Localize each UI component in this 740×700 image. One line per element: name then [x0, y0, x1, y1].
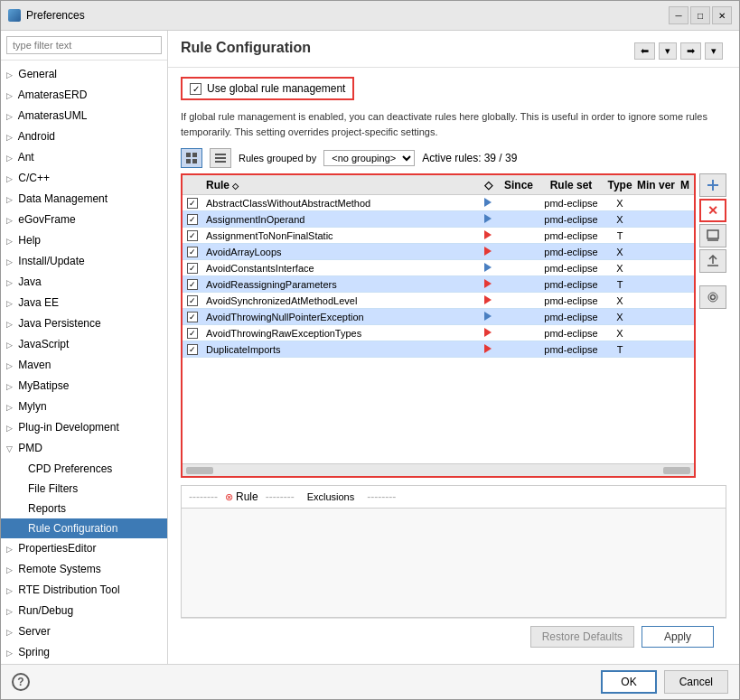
forward-button[interactable]: ➡ [680, 42, 701, 60]
sidebar-item-cpd-prefs[interactable]: CPD Preferences [1, 459, 167, 479]
sidebar-item-install-update[interactable]: ▷ Install/Update [1, 251, 167, 272]
apply-button[interactable]: Apply [642, 626, 714, 648]
restore-defaults-button[interactable]: Restore Defaults [530, 626, 634, 648]
footer-buttons: Restore Defaults Apply [181, 618, 726, 655]
row-check-5[interactable]: ✓ [187, 279, 198, 290]
col-header-minver[interactable]: Min ver [636, 179, 676, 191]
table-row[interactable]: ✓ AssignmentInOperand pmd-eclipse X [183, 211, 694, 228]
col-header-m[interactable]: M [676, 179, 694, 191]
table-row[interactable]: ✓ AvoidReassigningParameters pmd-eclipse… [183, 276, 694, 293]
dialog-buttons: OK Cancel [601, 670, 728, 694]
sidebar-item-amateraserd[interactable]: ▷ AmaterasERD [1, 85, 167, 106]
app-icon [8, 9, 21, 22]
back-button[interactable]: ⬅ [634, 42, 655, 60]
row-check-1[interactable]: ✓ [187, 214, 198, 225]
sidebar-item-remote-systems[interactable]: ▷ Remote Systems [1, 559, 167, 580]
sidebar-item-spring[interactable]: ▷ Spring [1, 642, 167, 663]
row-check-9[interactable]: ✓ [187, 344, 198, 355]
row-check-0[interactable]: ✓ [187, 198, 198, 209]
cancel-button[interactable]: Cancel [664, 670, 728, 694]
sidebar-item-javascript[interactable]: ▷ JavaScript [1, 334, 167, 355]
grouping-select[interactable]: <no grouping> [323, 150, 415, 166]
grid-view-button[interactable] [181, 148, 202, 168]
sidebar-item-general[interactable]: ▷ General [1, 64, 167, 85]
row-ruleset-4: pmd-eclipse [539, 263, 604, 274]
table-scroll-bar[interactable] [183, 463, 694, 476]
table-row[interactable]: ✓ AssignmentToNonFinalStatic pmd-eclipse… [183, 228, 694, 244]
settings-rule-button[interactable] [699, 285, 726, 309]
sidebar-item-java-persistence[interactable]: ▷ Java Persistence [1, 313, 167, 334]
tab-rule[interactable]: ⊗ Rule [225, 490, 258, 503]
sidebar-item-server[interactable]: ▷ Server [1, 621, 167, 642]
sidebar-item-android[interactable]: ▷ Android [1, 126, 167, 147]
sidebar-item-help[interactable]: ▷ Help [1, 230, 167, 251]
row-check-3[interactable]: ✓ [187, 247, 198, 257]
row-check-4[interactable]: ✓ [187, 263, 198, 274]
sidebar-item-props-editor[interactable]: ▷ PropertiesEditor [1, 538, 167, 559]
table-row[interactable]: ✓ AvoidConstantsInterface pmd-eclipse X [183, 260, 694, 276]
sidebar-item-file-filters[interactable]: File Filters [1, 479, 167, 499]
sidebar-item-pmd[interactable]: ▽ PMD [1, 438, 167, 459]
sidebar-item-java-ee[interactable]: ▷ Java EE [1, 293, 167, 313]
table-row[interactable]: ✓ DuplicateImports pmd-eclipse T [183, 341, 694, 358]
row-type-6: X [604, 295, 636, 306]
tab-exclusions[interactable]: Exclusions [302, 490, 361, 504]
svg-rect-9 [707, 230, 718, 238]
dropdown-button[interactable]: ▾ [659, 42, 677, 60]
sidebar-item-rule-config[interactable]: Rule Configuration [1, 518, 167, 538]
row-ruleset-7: pmd-eclipse [539, 312, 604, 322]
sidebar-item-mylyn[interactable]: ▷ Mylyn [1, 397, 167, 417]
table-row[interactable]: ✓ AvoidThrowingNullPointerException pmd-… [183, 309, 694, 325]
col-header-since[interactable]: Since [499, 179, 539, 191]
menu-button[interactable]: ▾ [705, 42, 723, 60]
sidebar-item-java[interactable]: ▷ Java [1, 272, 167, 293]
sidebar-item-cpp[interactable]: ▷ C/C++ [1, 168, 167, 189]
tab-content-area [182, 509, 726, 617]
minimize-button[interactable]: ─ [669, 6, 688, 24]
window-title: Preferences [26, 9, 85, 22]
row-rule-6: AvoidSynchronizedAtMethodLevel [202, 295, 477, 306]
export-rule-button[interactable] [699, 249, 726, 273]
edit-rule-button[interactable] [699, 224, 726, 247]
row-check-7[interactable]: ✓ [187, 312, 198, 322]
titlebar: Preferences ─ □ ✕ [1, 1, 739, 31]
help-icon[interactable]: ? [12, 673, 30, 691]
col-header-ruleset[interactable]: Rule set [539, 179, 604, 191]
row-type-3: X [604, 247, 636, 257]
sidebar-item-egovframe[interactable]: ▷ eGovFrame [1, 210, 167, 230]
list-view-button[interactable] [210, 148, 231, 168]
sidebar-item-ant[interactable]: ▷ Ant [1, 147, 167, 168]
row-arrow-8 [477, 328, 499, 339]
col-header-type[interactable]: Type [604, 179, 636, 191]
sidebar-item-amaterasuml[interactable]: ▷ AmaterasUML [1, 106, 167, 126]
add-rule-button[interactable] [699, 173, 726, 197]
row-check-8[interactable]: ✓ [187, 328, 198, 339]
col-header-diamond[interactable]: ◇ [477, 179, 499, 191]
sidebar-item-rte-dist-tool[interactable]: ▷ RTE Distribution Tool [1, 580, 167, 601]
row-arrow-7 [477, 312, 499, 322]
table-row[interactable]: ✓ AvoidThrowingRawExceptionTypes pmd-ecl… [183, 325, 694, 341]
sidebar-item-data-mgmt[interactable]: ▷ Data Management [1, 189, 167, 210]
row-ruleset-5: pmd-eclipse [539, 279, 604, 290]
sidebar-item-run-debug[interactable]: ▷ Run/Debug [1, 601, 167, 621]
row-ruleset-9: pmd-eclipse [539, 344, 604, 355]
sidebar-item-plugin-dev[interactable]: ▷ Plug-in Development [1, 417, 167, 438]
svg-rect-8 [707, 184, 718, 186]
col-header-rule[interactable]: Rule ◇ [202, 179, 477, 191]
filter-input[interactable] [6, 36, 162, 54]
table-row[interactable]: ✓ AbstractClassWithoutAbstractMethod pmd… [183, 195, 694, 211]
table-row[interactable]: ✓ AvoidArrayLoops pmd-eclipse X [183, 244, 694, 260]
sidebar-item-maven[interactable]: ▷ Maven [1, 355, 167, 376]
tab-row: -------- ⊗ Rule -------- Exclusions ----… [182, 486, 726, 509]
close-button[interactable]: ✕ [712, 6, 732, 24]
maximize-button[interactable]: □ [690, 6, 710, 24]
row-check-6[interactable]: ✓ [187, 295, 198, 306]
sidebar-item-reports[interactable]: Reports [1, 499, 167, 518]
ok-button[interactable]: OK [601, 670, 656, 694]
delete-rule-button[interactable]: ✕ [699, 199, 726, 222]
global-rule-checkbox[interactable]: ✓ [190, 83, 201, 95]
sidebar-item-mybatipse[interactable]: ▷ MyBatipse [1, 376, 167, 397]
filter-box [1, 31, 167, 61]
table-row[interactable]: ✓ AvoidSynchronizedAtMethodLevel pmd-ecl… [183, 293, 694, 309]
row-check-2[interactable]: ✓ [187, 230, 198, 241]
